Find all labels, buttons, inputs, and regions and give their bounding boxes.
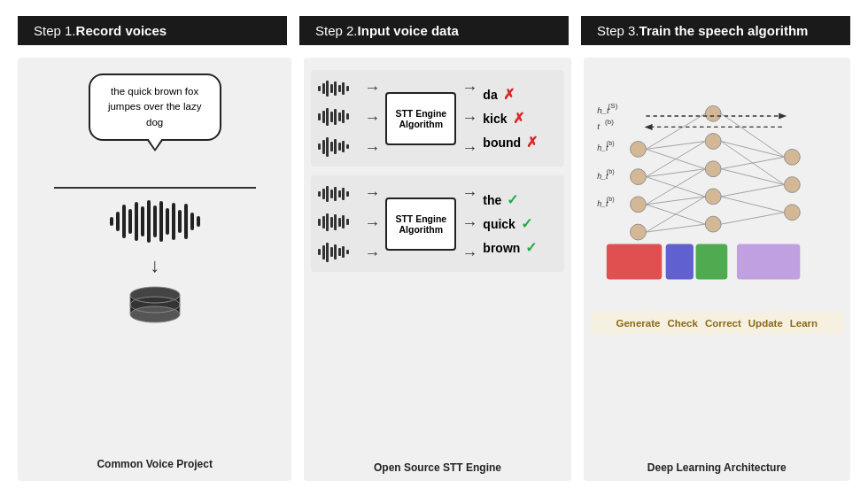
step3-header: Step 3. Train the speech algorithm bbox=[581, 16, 850, 45]
bubble-text: the quick brown fox jumpes over the lazy… bbox=[108, 86, 201, 128]
arrow-right-icon: → bbox=[461, 184, 477, 203]
mini-wave-6 bbox=[318, 243, 359, 262]
output-word-brown: brown ✓ bbox=[483, 239, 537, 256]
svg-point-25 bbox=[784, 177, 800, 193]
bad-output-words: da ✗ kick ✗ bound ✗ bbox=[483, 86, 538, 151]
output-word-the: the ✓ bbox=[483, 191, 537, 208]
svg-text:(b): (b) bbox=[606, 168, 614, 175]
svg-line-43 bbox=[721, 142, 784, 158]
svg-line-41 bbox=[721, 169, 784, 185]
panel3-label: Deep Learning Architecture bbox=[647, 454, 787, 474]
dl-label-correct: Correct bbox=[705, 318, 741, 329]
word-the: the bbox=[483, 193, 501, 207]
arrow-right-icon: → bbox=[364, 79, 380, 97]
down-arrow-icon: ↓ bbox=[150, 254, 159, 277]
speech-bubble: the quick brown fox jumpes over the lazy… bbox=[89, 74, 221, 141]
svg-line-40 bbox=[721, 185, 784, 197]
good-arrows-from-box: → → → bbox=[461, 184, 477, 263]
step1-header: Step 1. Record voices bbox=[18, 16, 287, 45]
waveform bbox=[110, 199, 200, 244]
svg-marker-49 bbox=[644, 124, 652, 130]
dl-label-generate: Generate bbox=[616, 318, 661, 329]
check-icon-quick: ✓ bbox=[521, 215, 532, 232]
panel-common-voice: the quick brown fox jumpes over the lazy… bbox=[18, 58, 291, 481]
mini-wave-1 bbox=[318, 81, 359, 97]
svg-point-17 bbox=[630, 169, 646, 185]
step3-prefix: Step 3. bbox=[597, 23, 639, 38]
arrow-right-icon: → bbox=[364, 184, 380, 203]
mini-wave-2 bbox=[318, 108, 359, 126]
output-word-bound: bound ✗ bbox=[483, 134, 538, 151]
step3-title: Train the speech algorithm bbox=[639, 23, 809, 38]
divider-line bbox=[54, 187, 256, 189]
check-icon-brown: ✓ bbox=[525, 239, 537, 256]
panel-deep-learning: h_t (S) t (b) h_t (b) h_t (b) h_t (b) Ge… bbox=[584, 58, 850, 481]
dl-label-update: Update bbox=[748, 318, 783, 329]
wave-bar bbox=[116, 212, 120, 231]
arrow-right-icon: → bbox=[364, 109, 380, 128]
svg-line-39 bbox=[721, 197, 784, 213]
word-brown: brown bbox=[483, 241, 520, 255]
check-icon-the: ✓ bbox=[507, 191, 518, 208]
svg-text:(b): (b) bbox=[605, 118, 614, 126]
svg-point-23 bbox=[705, 105, 721, 121]
dl-labels-row: Generate Check Correct Update Learn bbox=[591, 313, 843, 334]
dl-label-learn: Learn bbox=[790, 318, 818, 329]
wave-bar bbox=[110, 217, 113, 226]
mini-wave-5 bbox=[318, 213, 359, 231]
word-bound: bound bbox=[483, 136, 521, 150]
arrow-right-icon: → bbox=[461, 139, 477, 158]
wave-bar bbox=[122, 205, 126, 238]
svg-point-22 bbox=[705, 134, 721, 150]
wave-bar bbox=[153, 205, 157, 237]
wave-bar bbox=[141, 206, 144, 236]
cross-icon-kick: ✗ bbox=[513, 110, 524, 127]
arrow-right-icon: → bbox=[461, 214, 477, 233]
wave-bar bbox=[147, 200, 151, 243]
step2-title: Input voice data bbox=[358, 23, 459, 38]
svg-text:(S): (S) bbox=[608, 102, 617, 110]
svg-point-19 bbox=[705, 216, 721, 232]
wave-bar bbox=[128, 209, 132, 234]
svg-rect-11 bbox=[606, 244, 661, 279]
arrow-right-icon: → bbox=[364, 244, 380, 263]
wave-bar bbox=[190, 213, 194, 230]
output-word-quick: quick ✓ bbox=[483, 215, 537, 232]
svg-line-36 bbox=[646, 142, 705, 150]
panel1-label: Common Voice Project bbox=[97, 451, 212, 470]
stt-engine-box-bad: STT EngineAlgorithm bbox=[385, 92, 456, 145]
good-arrows-to-box: → → → bbox=[364, 184, 380, 263]
svg-line-29 bbox=[646, 205, 705, 224]
wave-bar bbox=[172, 203, 175, 240]
svg-point-26 bbox=[784, 149, 800, 165]
wave-bar bbox=[184, 204, 188, 239]
word-quick: quick bbox=[483, 217, 515, 231]
svg-line-38 bbox=[721, 213, 784, 224]
svg-text:t: t bbox=[597, 121, 601, 131]
svg-point-24 bbox=[784, 205, 800, 221]
svg-line-27 bbox=[646, 224, 705, 232]
panel-stt: → → → STT EngineAlgorithm → → → da ✗ kic… bbox=[304, 58, 570, 481]
svg-marker-48 bbox=[779, 112, 787, 119]
arrow-right-icon: → bbox=[461, 79, 477, 97]
svg-point-18 bbox=[630, 142, 646, 158]
stt-engine-box-good: STT EngineAlgorithm bbox=[385, 198, 456, 251]
waves-good-col bbox=[318, 186, 359, 262]
mini-wave-4 bbox=[318, 186, 359, 202]
wave-bar bbox=[178, 210, 182, 233]
svg-text:(b): (b) bbox=[606, 140, 614, 147]
step2-header: Step 2. Input voice data bbox=[299, 16, 569, 45]
svg-point-16 bbox=[630, 197, 646, 213]
arrow-right-icon: → bbox=[364, 214, 380, 233]
stt-good-section: → → → STT EngineAlgorithm → → → the ✓ qu… bbox=[311, 175, 563, 272]
cross-icon-da: ✗ bbox=[503, 86, 515, 103]
svg-line-37 bbox=[646, 113, 705, 149]
word-da: da bbox=[483, 88, 497, 102]
svg-rect-12 bbox=[665, 244, 693, 279]
dl-label-check: Check bbox=[667, 318, 698, 329]
svg-line-30 bbox=[646, 197, 705, 205]
header-row: Step 1. Record voices Step 2. Input voic… bbox=[0, 16, 868, 45]
good-output-words: the ✓ quick ✓ brown ✓ bbox=[483, 191, 537, 256]
wave-bar bbox=[197, 216, 200, 227]
arrows-from-box: → → → bbox=[461, 79, 477, 158]
